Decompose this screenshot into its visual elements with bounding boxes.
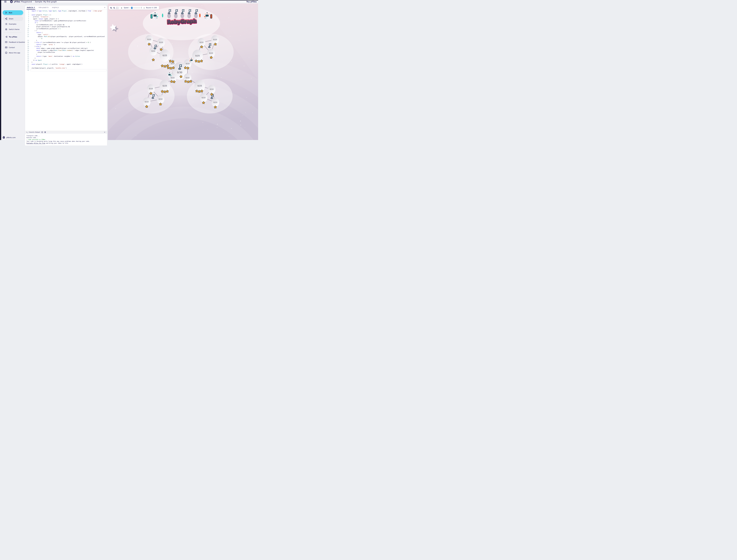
code-line[interactable]: - 1) [25,38,107,39]
fit-content-icon[interactable] [116,7,118,9]
code-line[interactable]: 7 if ( [25,22,107,24]
console-collapse-chevron-icon[interactable] [104,131,106,133]
sidebar-item-examples[interactable]: Examples [3,22,23,26]
graph-node-bl4[interactable]: 0/25 [159,80,170,92]
code-line[interactable]: 20 const neighbor = edges[Math.floor(Mat… [25,50,107,51]
yworks-footer[interactable]: yWorks.com [3,136,16,139]
graph-node-tl1[interactable]: 0/10 [145,35,153,44]
sidebar-item-label: Try yFiles [9,36,17,38]
tab-robo-graph-ts[interactable]: robo-graph.ts [37,5,50,9]
console-line: Execute code... [27,137,107,139]
code-line[interactable]: 14 amount: Math.min(player.paintCapacity… [25,36,107,38]
sidebar-item-about[interactable]: About this app [3,50,23,55]
add-tab-button[interactable]: + [104,6,106,9]
step-forward-icon[interactable] [143,7,145,9]
sidebar-item-try-yfiles[interactable]: Try yFiles [3,34,23,39]
sidebar-item-feedback[interactable]: Feedback & Questions [3,40,23,44]
sidebar-item-share[interactable]: Share [3,16,23,21]
speed-value: 1 [141,7,142,9]
editor-tab-bar: main.tsrobo-graph.tsengine.js+ [25,5,107,9]
graph-node-tl3[interactable]: 0/10 [149,47,157,56]
code-line[interactable]: 13 type: 'refill', [25,34,107,36]
tab-main-ts[interactable]: main.ts [25,5,37,9]
code-line[interactable]: 22 ) [25,53,107,55]
sidebar-item-switch-theme[interactable]: Switch theme [3,27,23,32]
line-number: 12 [25,32,29,34]
node-paint-count: 0/10 [147,38,151,41]
code-line[interactable]: 28 [25,65,107,67]
yworks-logo-icon [3,136,5,139]
code-line[interactable]: 29startGame([player1, player2], 'twinkle… [25,67,107,69]
hamburger-menu-icon[interactable] [4,1,6,3]
graph-node-br3[interactable]: 0/10 [212,98,219,107]
code-line[interactable]: 30 [25,69,107,71]
tab-engine-js[interactable]: engine.js [50,5,60,9]
sidebar-item-contact[interactable]: Contact [3,45,23,50]
line-number: 3 [25,14,29,16]
code-line[interactable]: 21 player.currentPosition [25,51,107,53]
code-line[interactable]: 1import { type Action, type Agent, type … [25,10,107,12]
graph-node-br2[interactable]: 0/10 [200,93,207,102]
code-line[interactable]: 26} [25,61,107,63]
graph-node-tl4[interactable]: 0/25 [159,49,170,62]
speed-slider[interactable] [129,7,140,8]
line-number: 9 [25,26,29,28]
code-line[interactable]: 12 return { [25,32,107,34]
sidebar-item-label: Run [9,12,12,14]
graph-node-tl2[interactable]: 0/10 [157,38,165,47]
game-canvas[interactable]: 0/100/100/100/250/100/100/100/250/100/10… [108,3,258,140]
code-line[interactable]: 16 } else if (currentNodeState.owner !==… [25,42,107,43]
code-line[interactable]: 25 }) as Agent [25,59,107,61]
sidebar: RunShareExamplesSwitch themeTry yFilesFe… [1,3,25,140]
node-paint-count: 0/10 [159,41,163,43]
code-line[interactable]: 24 } [25,57,107,59]
sidebar-item-label: Switch theme [9,28,19,30]
sidebar-item-label: Feedback & Questions [9,41,26,43]
graph-node-br1[interactable]: 0/10 [208,85,215,94]
code-line[interactable]: 5 agent: (async (game, player) => { [25,18,107,20]
node-paint-count: 0/30 [177,71,182,74]
sidebar-divider [4,32,21,33]
line-number: 22 [25,53,29,55]
console-line: Transpile code... [27,135,107,137]
node-paint-count: 0/10 [171,77,175,79]
code-line[interactable]: 27const player2: Player = { profile: 'or… [25,63,107,65]
code-line[interactable]: 15 } [25,40,107,42]
code-line[interactable]: 11 ) { [25,30,107,32]
console-clear-trash-icon[interactable] [44,131,46,133]
node-paint-count: 0/10 [145,101,149,103]
code-line[interactable]: 9 player.paintLevel < player.paintCapaci… [25,26,107,28]
code-line[interactable]: 18 } else { [25,46,107,47]
code-line[interactable]: 3const player1: Player = { [25,14,107,16]
node-paint-count: 0/10 [213,101,217,103]
paint-gauge [151,14,152,18]
play-game-icon[interactable] [121,7,123,9]
node-paint-count: 0/10 [159,98,162,100]
code-line[interactable]: 2 [25,12,107,14]
code-editor[interactable]: 1import { type Action, type Agent, type … [25,10,107,131]
window-top-edge [0,0,258,0]
code-line[interactable]: 19 const edges = game.graph.edgesAt(play… [25,47,107,49]
game-toolbar: Speed 1 Round: 0 / 200 [109,6,159,10]
line-number: 17 [25,44,29,46]
code-line[interactable]: 23 return { type: 'move', destination: n… [25,55,107,57]
code-line[interactable]: 17 return { type: 'spray' } [25,44,107,46]
code-line[interactable]: 6 const currentNodeState = game.getNodeS… [25,20,107,22]
graph-node-bl1[interactable]: 0/10 [147,84,155,93]
line-number: 29 [25,67,29,69]
yworks-link[interactable]: yWorks.com [6,137,16,138]
code-line[interactable]: 8 currentNodeState.owner === player && [25,24,107,26]
sidebar-item-run[interactable]: Run [3,10,23,15]
try-yfiles-link[interactable]: Try yFiles [246,1,257,3]
code-line[interactable]: 10 currentNodeState.paintLevel > 1 [25,28,107,30]
zoom-out-icon[interactable] [113,7,115,9]
speed-slider-thumb[interactable] [131,7,133,9]
line-number: 14 [25,36,29,38]
line-number: 20 [25,50,29,51]
console-info-icon[interactable] [41,131,43,133]
zoom-in-icon[interactable] [110,7,112,9]
code-line[interactable]: 4 profile: 'turquoise', [25,16,107,18]
line-number: 21 [25,51,29,53]
node-paint-count: 0/25 [195,55,200,57]
graph-node-bl2[interactable]: 0/10 [157,95,164,104]
